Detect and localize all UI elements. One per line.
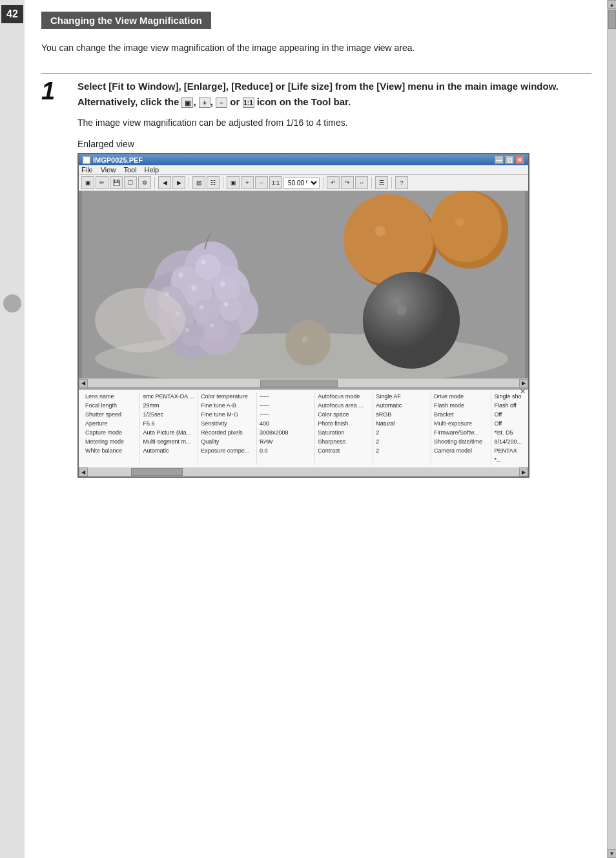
toolbar-edit-btn[interactable]: ✏ bbox=[96, 176, 108, 189]
value-fine-tune-mg: ----- bbox=[260, 411, 312, 420]
toolbar-color-btn[interactable]: ☴ bbox=[375, 176, 388, 189]
info-panel-close[interactable]: ✕ bbox=[520, 387, 526, 396]
label-contrast: Contrast bbox=[318, 447, 370, 456]
menu-view[interactable]: View bbox=[101, 166, 116, 174]
sidebar-circle bbox=[3, 294, 21, 312]
toolbar-zoom-out-btn[interactable]: − bbox=[255, 176, 268, 189]
scroll-h-track[interactable] bbox=[88, 379, 519, 388]
svg-point-35 bbox=[375, 226, 385, 236]
value-metering-mode: Multi-segment m... bbox=[143, 438, 195, 447]
label-metering-mode: Metering mode bbox=[85, 438, 137, 447]
label-af-area: Autofocus area ... bbox=[318, 402, 370, 411]
step-1-content: Select [Fit to Window], [Enlarge], [Redu… bbox=[77, 79, 591, 477]
toolbar-help-btn[interactable]: ? bbox=[395, 176, 408, 189]
svg-point-34 bbox=[344, 194, 434, 285]
value-af-mode: Single AF bbox=[376, 393, 428, 402]
scroll-left-arrow[interactable]: ◀ bbox=[79, 379, 88, 388]
left-sidebar: 42 bbox=[0, 0, 25, 858]
label-color-space: Color space bbox=[318, 411, 370, 420]
step-title-suffix: icon on the Tool bar. bbox=[257, 96, 351, 107]
label-fine-tune-ab: Fine tune A-B bbox=[201, 402, 254, 411]
enlarged-label: Enlarged view bbox=[77, 139, 591, 149]
info-separator: ✕ bbox=[79, 387, 528, 389]
toolbar-new-btn[interactable]: ▣ bbox=[81, 176, 94, 189]
scroll-right-arrow-2[interactable]: ▶ bbox=[519, 467, 528, 476]
info-row-labels: Lens name Focal length Shutter speed Ape… bbox=[83, 393, 524, 465]
vertical-scrollbar[interactable]: ▲ ▼ bbox=[607, 0, 616, 858]
value-lens-name: smc PENTAX-DA ... bbox=[143, 393, 195, 402]
window-menubar: File View Tool Help bbox=[79, 165, 528, 175]
zoom-dropdown[interactable]: 50.00 % 25.00 % 100.00 % bbox=[283, 178, 320, 189]
label-photo-finish: Photo finish bbox=[318, 420, 370, 429]
scroll-v-track[interactable] bbox=[608, 9, 617, 849]
toolbar-actual-btn[interactable]: 1:1 bbox=[269, 176, 282, 189]
fruit-image-svg bbox=[79, 191, 528, 378]
svg-point-43 bbox=[302, 336, 308, 343]
value-firmware: *ist. D5 bbox=[494, 429, 522, 438]
scroll-h-thumb-2[interactable] bbox=[131, 468, 183, 476]
scroll-down-arrow[interactable]: ▼ bbox=[608, 849, 617, 858]
scroll-right-arrow[interactable]: ▶ bbox=[519, 379, 528, 388]
fit-to-window-icon: ▣ bbox=[181, 97, 193, 108]
window-title-left: ▦ IMGP0025.PEF bbox=[83, 156, 143, 164]
value-saturation: 2 bbox=[376, 429, 428, 438]
toolbar-fit-btn[interactable]: ▣ bbox=[227, 176, 240, 189]
label-flash-mode: Flash mode bbox=[434, 402, 489, 411]
label-white-balance: White balance bbox=[85, 447, 137, 456]
value-af-area: Automatic bbox=[376, 402, 428, 411]
scroll-left-arrow-2[interactable]: ◀ bbox=[79, 467, 88, 476]
label-sharpness: Sharpness bbox=[318, 438, 370, 447]
toolbar-save-btn[interactable]: 💾 bbox=[110, 176, 123, 189]
value-photo-finish: Natural bbox=[376, 420, 428, 429]
or-connector: or bbox=[230, 96, 242, 107]
svg-point-38 bbox=[455, 218, 464, 227]
label-color-temp: Color temperature bbox=[201, 393, 254, 402]
window-title: IMGP0025.PEF bbox=[93, 156, 143, 164]
toolbar-copy-btn[interactable]: ☐ bbox=[124, 176, 137, 189]
toolbar-rotate-right-btn[interactable]: ↷ bbox=[341, 176, 354, 189]
restore-button[interactable]: ◻ bbox=[505, 156, 514, 164]
label-sensitivity: Sensitivity bbox=[201, 420, 254, 429]
label-multi-exposure: Multi-exposure bbox=[434, 420, 489, 429]
svg-point-42 bbox=[285, 320, 331, 365]
toolbar-next-btn[interactable]: ▶ bbox=[172, 176, 185, 189]
menu-help[interactable]: Help bbox=[145, 166, 159, 174]
intro-text: You can change the image view magnificat… bbox=[41, 41, 591, 55]
svg-point-13 bbox=[178, 272, 183, 278]
scroll-up-arrow[interactable]: ▲ bbox=[608, 0, 617, 9]
scroll-v-thumb[interactable] bbox=[608, 10, 616, 29]
value-color-space: sRGB bbox=[376, 411, 428, 420]
toolbar-settings-btn[interactable]: ⚙ bbox=[138, 176, 151, 189]
window-controls[interactable]: — ◻ ✕ bbox=[495, 156, 524, 164]
svg-point-30 bbox=[205, 319, 228, 342]
toolbar-flip-btn[interactable]: ↔ bbox=[355, 176, 368, 189]
step-1-row: 1 Select [Fit to Window], [Enlarge], [Re… bbox=[41, 73, 591, 477]
close-button[interactable]: ✕ bbox=[515, 156, 524, 164]
label-aperture: Aperture bbox=[85, 420, 137, 429]
horizontal-scrollbar-2[interactable]: ◀ ▶ bbox=[79, 467, 528, 476]
label-exposure-comp: Exposure compe... bbox=[201, 447, 254, 456]
toolbar-zoom-in-btn[interactable]: + bbox=[241, 176, 254, 189]
scroll-h-track-2[interactable] bbox=[88, 467, 519, 476]
horizontal-scrollbar[interactable]: ◀ ▶ bbox=[79, 378, 528, 387]
label-focal-length: Focal length bbox=[85, 402, 137, 411]
value-focal-length: 29mm bbox=[143, 402, 195, 411]
value-color-temp: ----- bbox=[260, 393, 312, 402]
scroll-h-thumb[interactable] bbox=[260, 380, 338, 387]
label-capture-mode: Capture mode bbox=[85, 429, 137, 438]
menu-tool[interactable]: Tool bbox=[123, 166, 136, 174]
label-firmware: Firmware/Softw... bbox=[434, 429, 489, 438]
toolbar-prev-btn[interactable]: ◀ bbox=[158, 176, 171, 189]
minimize-button[interactable]: — bbox=[495, 156, 504, 164]
value-contrast: 2 bbox=[376, 447, 428, 456]
toolbar-thumb-btn[interactable]: ▧ bbox=[192, 176, 205, 189]
menu-file[interactable]: File bbox=[81, 166, 93, 174]
info-panel: Lens name Focal length Shutter speed Ape… bbox=[79, 389, 528, 467]
toolbar-rotate-left-btn[interactable]: ↶ bbox=[327, 176, 340, 189]
step-1-title: Select [Fit to Window], [Enlarge], [Redu… bbox=[77, 79, 591, 109]
main-content: Changing the View Magnification You can … bbox=[30, 0, 616, 506]
info-table: Lens name Focal length Shutter speed Ape… bbox=[83, 393, 524, 465]
svg-point-15 bbox=[201, 260, 206, 265]
svg-point-27 bbox=[224, 302, 229, 307]
toolbar-detail-btn[interactable]: ☷ bbox=[207, 176, 220, 189]
